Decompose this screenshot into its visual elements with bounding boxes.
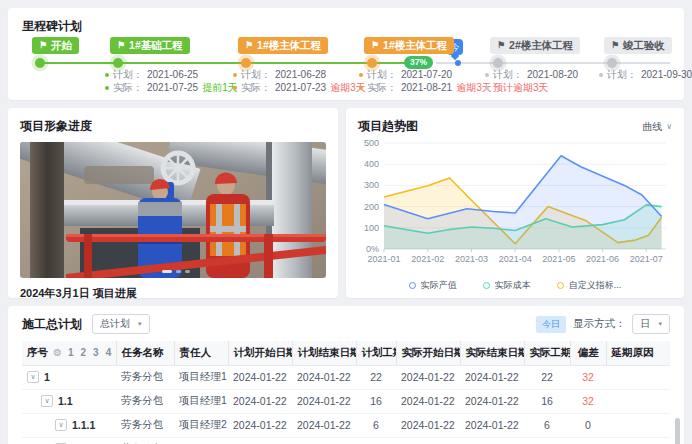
- bullet-dot: [233, 73, 237, 77]
- bullet-dot: [485, 86, 489, 90]
- x-tick-label: 2021-02: [411, 254, 444, 264]
- detail-value: 2021-08-20: [527, 68, 578, 81]
- actual-duration: 6: [524, 413, 570, 437]
- photo-panel-title: 项目形象进度: [20, 118, 326, 135]
- plan-start-date: 2024-01-22: [228, 437, 292, 444]
- level-button[interactable]: 1: [67, 347, 75, 358]
- milestone-label: 1#基础工程: [129, 37, 183, 54]
- actual-end-date: 2024-01-22: [460, 389, 524, 413]
- row-id: 1.1.1: [72, 419, 95, 431]
- milestone-node: [367, 58, 377, 68]
- milestone-badge: ⚑2#楼主体工程: [490, 37, 580, 54]
- level-button[interactable]: 3: [92, 347, 100, 358]
- y-tick-label: 300: [364, 180, 379, 190]
- milestone-details: 计划：2021-09-30: [599, 68, 692, 81]
- milestone-badge: ⚑1#基础工程: [110, 37, 190, 54]
- x-tick-label: 2021-04: [499, 254, 532, 264]
- delay-reason: [606, 437, 670, 444]
- level-button[interactable]: 4: [105, 347, 113, 358]
- actual-duration: 5: [524, 437, 570, 444]
- chart-legend: 实际产值实际成本自定义指标...: [358, 279, 672, 292]
- timeline-segment: [40, 62, 406, 64]
- bullet-dot: [485, 73, 489, 77]
- index-cell-content: ∨1.1: [27, 395, 111, 407]
- table-row: ∨1.1.2劳务分包项目经理32024-01-222024-01-2252024…: [22, 437, 670, 444]
- milestone-timeline: 37%今⚑开始⚑1#基础工程计划：2021-06-25实际：2021-07-25…: [22, 37, 670, 99]
- col-header: 任务名称: [116, 341, 174, 365]
- display-mode-value: 日: [640, 317, 650, 331]
- detail-line: 计划：2021-09-30: [599, 68, 692, 81]
- milestone-node: [607, 58, 617, 68]
- table-scrollbar[interactable]: [675, 418, 680, 444]
- plan-end-date: 2024-01-22: [292, 413, 356, 437]
- chevron-down-icon: ∨: [666, 122, 672, 131]
- col-header: 延期原因: [606, 341, 670, 365]
- detail-label: 实际：: [241, 81, 271, 94]
- flag-icon: ⚑: [497, 37, 505, 54]
- chart-title: 项目趋势图: [358, 118, 418, 135]
- x-tick-label: 2021-01: [367, 254, 400, 264]
- display-mode-select[interactable]: 日 ▾: [632, 314, 670, 334]
- plan-duration: 22: [356, 365, 396, 389]
- detail-line: 计划：2021-06-25: [105, 68, 238, 81]
- detail-value: 2021-07-25: [147, 81, 198, 94]
- detail-line: 实际：2021-08-21逾期3天: [359, 81, 492, 94]
- settings-icon[interactable]: ⚙: [53, 347, 62, 358]
- delay-reason: [606, 365, 670, 389]
- plan-type-select[interactable]: 总计划 ▾: [92, 314, 150, 334]
- detail-value: 2021-07-20: [401, 68, 452, 81]
- detail-label: 计划：: [241, 68, 271, 81]
- milestone-node: [35, 58, 45, 68]
- table-row: ∨1.1劳务分包项目经理12024-01-222024-01-22162024-…: [22, 389, 670, 413]
- flag-icon: ⚑: [371, 37, 379, 54]
- deviation: 32: [570, 389, 606, 413]
- expand-toggle-icon[interactable]: ∨: [55, 419, 67, 431]
- col-header: 实际结束日期: [460, 341, 524, 365]
- chart-range-select[interactable]: 曲线 ∨: [642, 120, 672, 134]
- today-badge[interactable]: 今日: [536, 316, 566, 333]
- project-photo-panel: 项目形象进度: [8, 108, 338, 298]
- owner: 项目经理1: [174, 365, 228, 389]
- legend-item[interactable]: 自定义指标...: [557, 279, 622, 292]
- index-cell-content: ∨1.1.1: [27, 419, 111, 431]
- detail-line: 实际：2021-07-25提前1天: [105, 81, 238, 94]
- task-name: 劳务分包: [116, 413, 174, 437]
- legend-item[interactable]: 实际成本: [483, 279, 531, 292]
- plan-end-date: 2024-01-22: [292, 389, 356, 413]
- flag-icon: ⚑: [611, 37, 619, 54]
- y-tick-label: 100: [364, 223, 379, 233]
- legend-item[interactable]: 实际产值: [409, 279, 457, 292]
- bullet-dot: [233, 86, 237, 90]
- bullet-dot: [105, 86, 109, 90]
- col-header: 序号⚙12345: [22, 341, 116, 365]
- level-button[interactable]: 2: [80, 347, 88, 358]
- detail-label: 计划：: [607, 68, 637, 81]
- row-id: 1: [44, 371, 50, 383]
- delay-reason: [606, 389, 670, 413]
- milestone-node: [241, 58, 251, 68]
- x-tick-label: 2021-06: [586, 254, 619, 264]
- chart-range-value: 曲线: [642, 120, 662, 134]
- detail-value: 2021-08-21: [401, 81, 452, 94]
- timeline-segment: [436, 62, 670, 64]
- task-name: 劳务分包: [116, 365, 174, 389]
- detail-label: 计划：: [493, 68, 523, 81]
- milestone-details: 计划：2021-06-25实际：2021-07-25提前1天: [105, 68, 238, 94]
- today-dot: [455, 60, 461, 66]
- detail-note: 预计逾期3天: [493, 81, 549, 94]
- detail-label: 计划：: [367, 68, 397, 81]
- row-id: 1.1: [58, 395, 73, 407]
- milestone-details: 计划：2021-07-20实际：2021-08-21逾期3天: [359, 68, 492, 94]
- detail-line: 预计逾期3天: [485, 81, 578, 94]
- plan-end-date: 2024-01-22: [292, 437, 356, 444]
- plan-duration: 6: [356, 413, 396, 437]
- expand-toggle-icon[interactable]: ∨: [41, 395, 53, 407]
- owner: 项目经理2: [174, 413, 228, 437]
- milestone-label: 竣工验收: [623, 37, 665, 54]
- expand-toggle-icon[interactable]: ∨: [27, 371, 39, 383]
- milestone-label: 开始: [51, 37, 72, 54]
- detail-line: 计划：2021-07-20: [359, 68, 492, 81]
- flag-icon: ⚑: [39, 37, 47, 54]
- milestone-details: 计划：2021-08-20预计逾期3天: [485, 68, 578, 94]
- col-header: 计划开始日期: [228, 341, 292, 365]
